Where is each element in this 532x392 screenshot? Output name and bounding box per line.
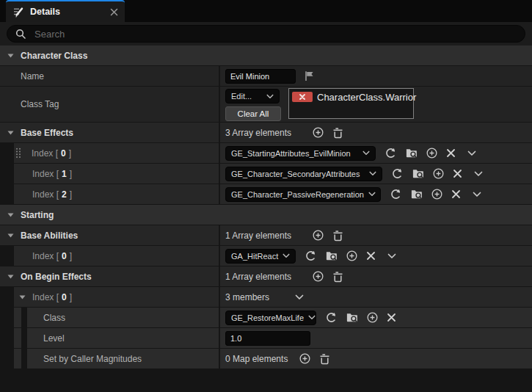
- add-element-icon[interactable]: [312, 126, 324, 139]
- row-base-effects-index-2: Index [2] GE_Character_PassiveRegenerati…: [0, 184, 532, 205]
- tab-details[interactable]: Details: [6, 0, 125, 22]
- flag-icon[interactable]: [304, 70, 315, 81]
- asset-dropdown[interactable]: GA_HitReact: [225, 249, 296, 264]
- chevron-down-icon: [304, 315, 316, 320]
- more-options-chevron-icon[interactable]: [474, 171, 483, 177]
- add-element-icon[interactable]: [346, 250, 358, 262]
- clear-reference-x-icon[interactable]: [366, 251, 376, 261]
- array-controls: [312, 126, 343, 139]
- search-row: [0, 22, 532, 46]
- row-base-effects-index-0: Index [0] GE_StartingAttributes_EvilMini…: [0, 143, 532, 164]
- category-label: Character Class: [21, 51, 87, 61]
- delete-elements-trash-icon[interactable]: [332, 230, 343, 242]
- clear-reference-x-icon[interactable]: [387, 313, 396, 322]
- struct-count: 3 members: [225, 292, 295, 302]
- array-controls: [312, 229, 343, 242]
- category-character-class[interactable]: Character Class: [0, 46, 532, 66]
- row-on-begin-effects[interactable]: On Begin Effects 1 Array elements: [0, 266, 532, 287]
- row-base-abilities-index-0: Index [0] GA_HitReact: [0, 246, 532, 266]
- delete-elements-trash-icon[interactable]: [319, 353, 330, 365]
- add-element-icon[interactable]: [426, 147, 438, 159]
- asset-name: GE_Character_PassiveRegeneration: [231, 190, 364, 199]
- close-tab-x-icon[interactable]: [110, 8, 118, 16]
- asset-dropdown[interactable]: GE_Character_SecondaryAttributes: [225, 167, 382, 181]
- clear-reference-x-icon[interactable]: [446, 148, 456, 158]
- use-selected-asset-icon[interactable]: [385, 147, 397, 159]
- array-label: On Begin Effects: [21, 272, 92, 282]
- index-label: Index [0]: [32, 292, 72, 302]
- search-box[interactable]: [7, 25, 525, 43]
- more-options-chevron-icon[interactable]: [473, 192, 481, 197]
- use-selected-asset-icon[interactable]: [325, 311, 338, 324]
- magnifier-icon: [15, 29, 26, 40]
- add-element-icon[interactable]: [312, 270, 324, 283]
- row-level: Level: [0, 328, 532, 349]
- triangle-down-icon[interactable]: [7, 233, 14, 238]
- more-options-chevron-icon[interactable]: [387, 253, 396, 259]
- property-label: Set by Caller Magnitudes: [43, 354, 142, 364]
- asset-controls: [391, 167, 483, 180]
- asset-controls: [390, 188, 481, 200]
- triangle-down-icon[interactable]: [7, 213, 14, 217]
- asset-controls: [305, 250, 396, 262]
- array-count: 1 Array elements: [225, 231, 312, 241]
- chevron-down-icon: [364, 192, 376, 197]
- triangle-down-icon[interactable]: [7, 131, 14, 135]
- index-label: Index [0]: [32, 148, 71, 159]
- triangle-down-icon[interactable]: [19, 295, 26, 300]
- level-input[interactable]: [225, 331, 310, 346]
- asset-name: GE_StartingAttributes_EvilMinion: [231, 149, 351, 158]
- triangle-down-icon[interactable]: [7, 275, 14, 279]
- chevron-down-icon: [262, 94, 274, 99]
- grip-dots-icon[interactable]: [15, 148, 21, 159]
- browse-to-asset-icon[interactable]: [346, 311, 358, 324]
- index-label: Index [0]: [32, 251, 72, 261]
- tag-label: CharacterClass.Warrior: [317, 92, 416, 103]
- array-count: 3 Array elements: [225, 128, 312, 138]
- asset-controls: [385, 147, 476, 159]
- add-element-icon[interactable]: [366, 311, 379, 324]
- remove-tag-x-icon[interactable]: [292, 92, 313, 102]
- triangle-down-icon[interactable]: [7, 54, 14, 58]
- delete-elements-trash-icon[interactable]: [332, 127, 343, 139]
- more-options-chevron-icon[interactable]: [467, 150, 476, 156]
- use-selected-asset-icon[interactable]: [305, 250, 317, 262]
- clear-reference-x-icon[interactable]: [451, 189, 461, 199]
- use-selected-asset-icon[interactable]: [391, 167, 404, 180]
- search-input[interactable]: [33, 28, 517, 40]
- category-label: Starting: [21, 210, 54, 220]
- add-element-icon[interactable]: [431, 188, 443, 200]
- asset-name: GA_HitReact: [231, 252, 278, 261]
- chevron-down-icon: [365, 171, 376, 176]
- asset-dropdown[interactable]: GE_Character_PassiveRegeneration: [225, 187, 381, 202]
- chevron-down-icon[interactable]: [295, 294, 304, 300]
- map-count: 0 Map elements: [225, 354, 299, 364]
- edit-tags-dropdown[interactable]: Edit...: [225, 89, 280, 104]
- browse-to-asset-icon[interactable]: [325, 250, 338, 262]
- add-element-icon[interactable]: [312, 229, 324, 242]
- browse-to-asset-icon[interactable]: [412, 167, 424, 180]
- row-set-by-caller-magnitudes: Set by Caller Magnitudes 0 Map elements: [0, 349, 532, 369]
- array-label: Base Abilities: [21, 231, 78, 241]
- tag-list-container: CharacterClass.Warrior: [288, 88, 414, 119]
- property-label: Class Tag: [21, 99, 59, 109]
- row-base-effects[interactable]: Base Effects 3 Array elements: [0, 123, 532, 143]
- add-element-icon[interactable]: [299, 352, 311, 365]
- row-base-effects-index-1: Index [1] GE_Character_SecondaryAttribut…: [0, 164, 532, 184]
- row-base-abilities[interactable]: Base Abilities 1 Array elements: [0, 225, 532, 246]
- use-selected-asset-icon[interactable]: [390, 188, 402, 200]
- name-input[interactable]: [225, 69, 296, 84]
- category-starting[interactable]: Starting: [0, 205, 532, 225]
- asset-dropdown[interactable]: GE_RestoreMaxLife: [225, 311, 316, 325]
- add-element-icon[interactable]: [432, 167, 445, 180]
- clear-all-button[interactable]: Clear All: [225, 106, 281, 121]
- browse-to-asset-icon[interactable]: [410, 188, 423, 200]
- clear-reference-x-icon[interactable]: [453, 169, 462, 178]
- asset-dropdown[interactable]: GE_StartingAttributes_EvilMinion: [225, 146, 376, 161]
- clear-all-label: Clear All: [238, 109, 269, 118]
- browse-to-asset-icon[interactable]: [405, 147, 418, 159]
- delete-elements-trash-icon[interactable]: [332, 271, 343, 283]
- row-on-begin-index-0[interactable]: Index [0] 3 members: [0, 287, 532, 308]
- details-pencil-icon: [12, 6, 24, 18]
- asset-name: GE_Character_SecondaryAttributes: [231, 170, 360, 178]
